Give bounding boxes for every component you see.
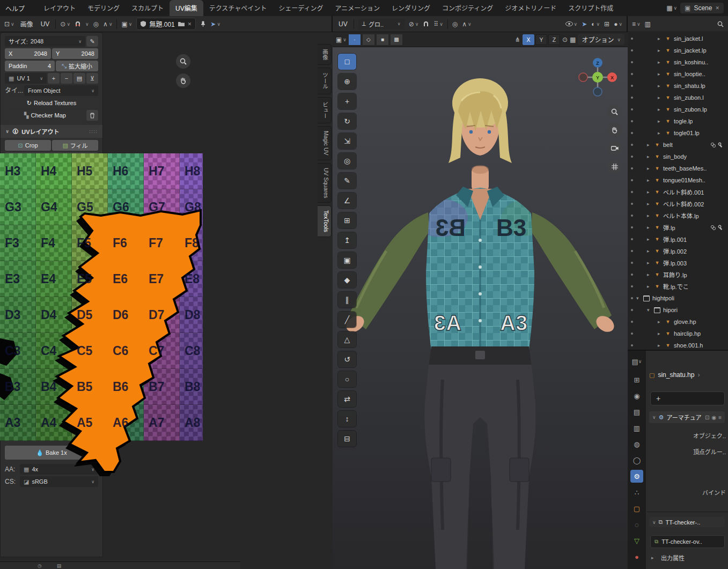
symmetry-icon[interactable]: ⋔ (515, 36, 520, 43)
viewport-3d[interactable]: ▣∨ ∙ ◇ ■ ▩ ⋔ XYZ ⊙ ▦ オプション∨ (333, 32, 629, 569)
expand-arrow-icon[interactable]: ▸ (658, 71, 664, 77)
island-mode-button[interactable]: ▩ (391, 34, 402, 45)
workspace-tab-レイアウト[interactable]: レイアウト (38, 0, 82, 16)
proportional-falloff-icon[interactable]: ⊙ (562, 36, 568, 43)
viewport-pan-icon[interactable] (607, 123, 622, 137)
properties-tab-tool[interactable]: ⊞ (630, 373, 643, 386)
grid-toggle-icon[interactable] (607, 159, 622, 174)
zoom-icon[interactable] (176, 54, 190, 69)
camera-view-icon[interactable] (607, 141, 622, 156)
menu-image[interactable]: 画像 (19, 19, 35, 28)
expand-arrow-icon[interactable]: ▸ (647, 178, 653, 183)
tool-shrink-fatten-button[interactable]: ↕ (338, 411, 356, 427)
workspace-tab-シェーディング[interactable]: シェーディング (273, 0, 329, 16)
tool-inset-faces-button[interactable]: ▣ (338, 252, 356, 268)
select-mode-dropdown[interactable]: ▣∨ (336, 36, 347, 43)
expand-arrow-icon[interactable]: ▸ (647, 284, 653, 289)
checker-map-button[interactable]: ▚ Checker Map (5, 110, 85, 121)
overlays-toggle-icon[interactable]: ◐∨ (591, 20, 600, 28)
tool-scale-button[interactable]: ⇲ (338, 133, 356, 149)
properties-tab-world[interactable]: ◯ (630, 454, 643, 467)
tool-smooth-button[interactable]: ○ (338, 371, 356, 387)
eyedropper-icon[interactable]: ✎ (86, 36, 98, 47)
snap-magnet-icon[interactable] (75, 21, 81, 27)
outliner[interactable]: ▸▼sin_jacket.l▸▼sin_jacket.lp▸▼sin_koshi… (628, 31, 728, 350)
crop-button[interactable]: ⊡ Crop (5, 140, 51, 151)
shading-dropdown[interactable]: ●∨ (614, 20, 622, 28)
outliner-item-ベルト本体.lp[interactable]: ▸▼ベルト本体.lp (628, 210, 728, 221)
fill-button[interactable]: ▨ フィル (52, 140, 98, 151)
filter-icon[interactable]: ▥ (645, 20, 651, 28)
side-tab-UV Squares[interactable]: UV Squares (318, 163, 332, 203)
expand-arrow-icon[interactable]: ▸ (658, 95, 664, 100)
axis-z-neg-ball[interactable] (593, 87, 602, 96)
uv-layer-dropdown[interactable]: ▦ UV 1∨ (5, 73, 47, 84)
properties-tab-modifiers[interactable]: ⚙ (630, 470, 643, 483)
options-button[interactable]: オプション∨ (578, 34, 624, 45)
expand-arrow-icon[interactable]: ▸ (651, 555, 658, 560)
add-modifier-field[interactable]: + (650, 391, 725, 405)
outliner-item-hightpoli[interactable]: ▾hightpoli (628, 292, 728, 304)
expand-arrow-icon[interactable]: ▸ (658, 130, 664, 136)
reload-textures-button[interactable]: ↻ Reload Textures (5, 98, 98, 108)
properties-tab-material[interactable]: ● (630, 550, 643, 563)
properties-tab-data[interactable]: ▽ (630, 534, 643, 547)
outliner-item-sin_looptie..[interactable]: ▸▼sin_looptie.. (628, 68, 728, 80)
viewport-canvas[interactable]: B3 B3 A3 A3 (333, 47, 628, 569)
expand-arrow-icon[interactable]: ▸ (647, 260, 653, 265)
outliner-item-弾.lp.003[interactable]: ▸▼弾.lp.003 (628, 257, 728, 269)
properties-tab-physics[interactable]: ◌ (630, 518, 643, 531)
tool-move-button[interactable]: + (338, 93, 356, 109)
trash-icon[interactable] (86, 110, 98, 121)
gizmo-toggle-icon[interactable]: ➤ (582, 20, 587, 28)
properties-tab-view-layer[interactable]: ▥ (630, 422, 643, 434)
expand-arrow-icon[interactable]: ▸ (647, 189, 653, 195)
vertex-mode-button[interactable]: ∙ (349, 34, 361, 45)
tool-measure-button[interactable]: ∠ (338, 193, 356, 209)
pan-hand-icon[interactable] (176, 73, 190, 88)
tool-loop-cut-button[interactable]: ∥ (338, 292, 356, 308)
face-mode-button[interactable]: ■ (377, 34, 388, 45)
tool-annotate-button[interactable]: ✎ (338, 173, 356, 189)
expand-arrow-icon[interactable]: ▾ (647, 307, 653, 313)
padding-field[interactable]: Paddin4 (5, 61, 55, 71)
tool-transform-button[interactable]: ◎ (338, 153, 356, 169)
search-icon[interactable] (717, 21, 724, 27)
uv-extra-button[interactable]: ⊻ (86, 73, 98, 84)
aa-dropdown[interactable]: ▦ 4x∨ (20, 464, 98, 475)
uv-menu-button[interactable]: ▤ (73, 73, 85, 84)
outliner-item-ベルト斜め.002[interactable]: ▸▼ベルト斜め.002 (628, 198, 728, 210)
edge-mode-button[interactable]: ◇ (363, 34, 374, 45)
render-toggle-icon[interactable]: ◉ (711, 415, 716, 420)
chevron-down-icon[interactable]: ∨ (652, 415, 656, 420)
unlink-icon[interactable]: ✕ (188, 21, 192, 27)
expand-arrow-icon[interactable]: ▸ (658, 343, 664, 348)
screen-layout-icon[interactable]: ▦∨ (666, 4, 677, 12)
modifier-panel-header[interactable]: ∨ ⚙ アーマチュア ⊡ ◉ ≡ (649, 411, 725, 423)
outliner-item-sin_jacket.l[interactable]: ▸▼sin_jacket.l (628, 33, 728, 45)
expand-arrow-icon[interactable]: ▸ (647, 225, 653, 230)
expand-arrow-icon[interactable]: ▸ (647, 142, 653, 147)
workspace-tab-アニメーション[interactable]: アニメーション (329, 0, 386, 16)
workspace-tab-UV編集[interactable]: UV編集 (170, 0, 203, 16)
snap-magnet-icon[interactable] (423, 21, 429, 27)
workspace-tab-コンポジティング[interactable]: コンポジティング (436, 0, 499, 16)
mirror-z-button[interactable]: Z (548, 34, 560, 45)
gizmo-dropdown[interactable]: ➤∨ (210, 20, 220, 28)
workspace-tab-スカルプト[interactable]: スカルプト (126, 0, 170, 16)
tool-add-cube-button[interactable]: ⊞ (338, 212, 356, 228)
expand-arrow-icon[interactable]: ▸ (658, 60, 664, 65)
remove-uv-button[interactable]: − (61, 73, 72, 84)
uv-editor-area[interactable]: H3H4H5H6H7H8G3G4G5G6G7G8F3F4F5F6F7F8E3E4… (0, 32, 334, 569)
tool-bevel-button[interactable]: ◆ (338, 272, 356, 288)
expand-arrow-icon[interactable]: ▸ (647, 201, 653, 206)
tool-select-box-button[interactable]: □ (338, 54, 356, 70)
checker-type-dropdown[interactable]: From Object∨ (24, 85, 98, 96)
chevron-down-icon[interactable]: ∨ (652, 520, 656, 525)
breadcrumb-object[interactable]: sin_shatu.hp (658, 371, 694, 379)
monitor-toggle-icon[interactable]: ⊡ (705, 415, 709, 420)
editor-type-dropdown[interactable]: ▤∨ (630, 355, 643, 368)
tool-rotate-button[interactable]: ↻ (338, 113, 356, 129)
menu-icon[interactable]: ≡ (718, 415, 722, 420)
outliner-item-teeth_baseMes..[interactable]: ▸▼teeth_baseMes.. (628, 162, 728, 174)
